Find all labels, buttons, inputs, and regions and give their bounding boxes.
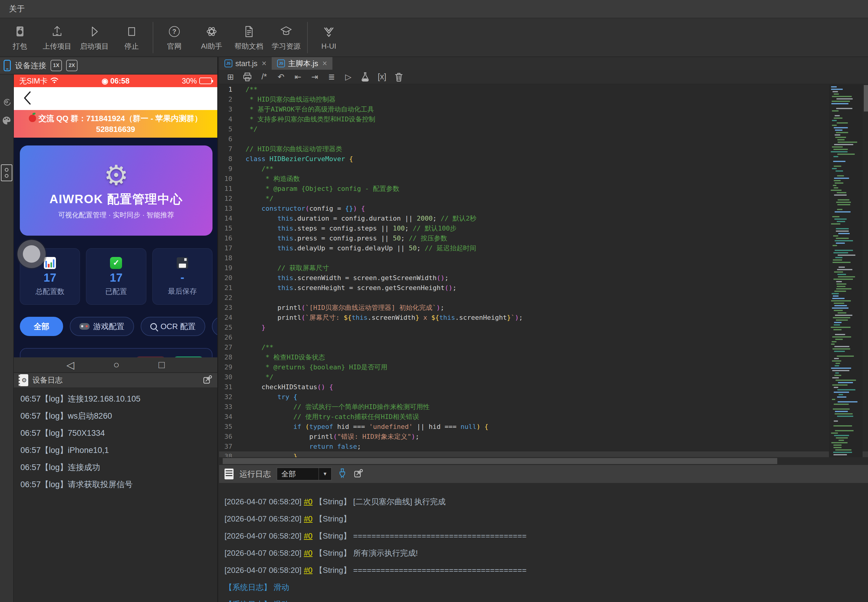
code-line[interactable]: 26: [219, 332, 868, 342]
code-line[interactable]: 35 if (typeof hid === 'undefined' || hid…: [219, 422, 868, 432]
remote-control-icon[interactable]: [1, 164, 12, 181]
code-line[interactable]: 19 // 获取屏幕尺寸: [219, 263, 868, 273]
palette-icon[interactable]: [2, 116, 11, 126]
run-log-entry: 【系统日志】 滑动: [224, 579, 868, 596]
assistive-touch-button[interactable]: [17, 240, 46, 268]
code-line[interactable]: 12 */: [219, 194, 868, 203]
minimap-line: [834, 178, 849, 179]
menu-about[interactable]: 关于: [0, 4, 34, 14]
trash-icon[interactable]: [392, 72, 406, 82]
code-line[interactable]: 34 // 使用try-catch捕获任何HID相关错误: [219, 412, 868, 422]
zoom-1x-button[interactable]: 1X: [51, 60, 62, 71]
code-line[interactable]: 16 this.press = config.press || 50; // 按…: [219, 233, 868, 243]
tab-main-script-js[interactable]: JS 主脚本.js ×: [272, 57, 332, 70]
learning-resources-button[interactable]: 学习资源: [267, 21, 305, 54]
variables-icon[interactable]: [x]: [375, 72, 389, 81]
help-docs-button[interactable]: 帮助文档: [230, 21, 267, 54]
minimap-line: [836, 243, 845, 244]
run-script-icon[interactable]: ▷: [341, 72, 356, 82]
close-icon[interactable]: ×: [322, 59, 327, 68]
horizontal-scrollbar-thumb[interactable]: [223, 458, 777, 464]
code-line[interactable]: 2 * HID贝塞尔曲线运动控制器: [219, 94, 868, 104]
minimap-line: [831, 300, 851, 301]
back-chevron-icon[interactable]: [22, 90, 32, 107]
minimap[interactable]: [829, 84, 863, 457]
run-log-entry: [2026-04-07 06:58:20]#0【String】 [二次贝塞尔曲线…: [224, 493, 868, 510]
code-line[interactable]: 3 * 基于AIWROK平台的高级滑动自动化工具: [219, 104, 868, 114]
code-line[interactable]: 29 * @returns {boolean} HID是否可用: [219, 362, 868, 372]
code-editor[interactable]: 1/**2 * HID贝塞尔曲线运动控制器3 * 基于AIWROK平台的高级滑动…: [219, 84, 868, 457]
indent-icon[interactable]: ⇥: [307, 72, 322, 82]
outdent-icon[interactable]: ⇤: [290, 72, 305, 82]
official-site-button[interactable]: ? 官网: [156, 21, 193, 54]
code-line[interactable]: 1/**: [219, 84, 868, 94]
code-line[interactable]: 38 }: [219, 452, 868, 457]
code-line[interactable]: 13 constructor(config = {}) {: [219, 203, 868, 213]
code-line[interactable]: 11 * @param {Object} config - 配置参数: [219, 184, 868, 194]
nav-recent-icon[interactable]: □: [159, 359, 165, 370]
code-line[interactable]: 24 printl(`屏幕尺寸: ${this.screenWidth} x $…: [219, 313, 868, 322]
nav-back-icon[interactable]: ◁: [66, 359, 74, 371]
gesture-icon[interactable]: [2, 97, 11, 108]
test-flask-icon[interactable]: [358, 72, 372, 82]
code-line[interactable]: 32 try {: [219, 392, 868, 402]
code-line[interactable]: 33 // 尝试执行一个简单的HID操作来检测可用性: [219, 402, 868, 412]
code-text: * HID贝塞尔曲线运动控制器: [238, 94, 868, 104]
code-line[interactable]: 9 /**: [219, 164, 868, 174]
code-line[interactable]: 7// HID贝塞尔曲线运动管理器类: [219, 144, 868, 154]
code-line[interactable]: 20 this.screenWidth = screen.getScreenWi…: [219, 273, 868, 283]
minimap-line: [834, 218, 846, 220]
chip-partial[interactable]: [212, 317, 217, 336]
hui-home-button[interactable]: H-UI: [310, 21, 347, 54]
new-file-icon[interactable]: ⊞: [223, 72, 238, 82]
expand-icon[interactable]: [202, 375, 212, 386]
code-line[interactable]: 18: [219, 253, 868, 263]
package-button[interactable]: 打包: [1, 21, 38, 54]
chip-ocr-config[interactable]: OCR 配置: [141, 317, 205, 336]
line-number: 4: [219, 114, 238, 124]
code-line[interactable]: 5 */: [219, 124, 868, 134]
chip-all[interactable]: 全部: [20, 317, 63, 336]
close-icon[interactable]: ×: [262, 59, 267, 68]
code-line[interactable]: 27 /**: [219, 342, 868, 352]
minimap-line: [838, 401, 857, 402]
stop-button[interactable]: 停止: [113, 21, 150, 54]
comment-icon[interactable]: /*: [257, 72, 271, 81]
clear-log-icon[interactable]: [338, 468, 347, 480]
start-project-button[interactable]: 启动项目: [76, 21, 113, 54]
code-line[interactable]: 25 }: [219, 322, 868, 332]
code-line[interactable]: 14 this.duration = config.duration || 20…: [219, 213, 868, 223]
code-line[interactable]: 15 this.steps = config.steps || 100; // …: [219, 223, 868, 233]
zoom-2x-button[interactable]: 2X: [66, 60, 78, 71]
code-line[interactable]: 36 printl("错误: HID对象未定义");: [219, 432, 868, 442]
upload-project-button[interactable]: 上传项目: [38, 21, 76, 54]
code-line[interactable]: 30 */: [219, 372, 868, 382]
code-line[interactable]: 6: [219, 134, 868, 144]
save-button[interactable]: 保存: [174, 356, 203, 357]
print-icon[interactable]: [240, 72, 255, 82]
vertical-scrollbar-thumb[interactable]: [864, 85, 868, 112]
undo-icon[interactable]: ↶: [274, 72, 288, 82]
code-line[interactable]: 37 return false;: [219, 442, 868, 452]
tab-start-js[interactable]: JS start.js ×: [219, 57, 272, 70]
reset-button[interactable]: 重置: [136, 356, 165, 357]
code-line[interactable]: 28 * 检查HID设备状态: [219, 352, 868, 362]
horizontal-scrollbar[interactable]: [219, 457, 868, 465]
ai-assistant-button[interactable]: AI助手: [193, 21, 230, 54]
expand-icon[interactable]: [353, 468, 363, 480]
log-filter-dropdown[interactable]: 全部 ▼: [277, 468, 332, 480]
code-line[interactable]: 8class HIDBezierCurveMover {: [219, 154, 868, 164]
code-line[interactable]: 31 checkHIDStatus() {: [219, 382, 868, 392]
code-line[interactable]: 4 * 支持多种贝塞尔曲线类型和HID设备控制: [219, 114, 868, 124]
code-text: this.press = config.press || 50; // 按压参数: [238, 233, 868, 243]
chip-game-config[interactable]: 游戏配置: [70, 317, 134, 336]
format-code-icon[interactable]: ≣: [324, 72, 339, 82]
minimap-line: [837, 175, 844, 177]
code-line[interactable]: 10 * 构造函数: [219, 174, 868, 184]
code-line[interactable]: 22: [219, 293, 868, 303]
code-line[interactable]: 23 printl(`[HID贝塞尔曲线运动管理器] 初始化完成`);: [219, 303, 868, 313]
code-line[interactable]: 21 this.screenHeight = screen.getScreenH…: [219, 283, 868, 293]
code-line[interactable]: 17 this.delayUp = config.delayUp || 50; …: [219, 243, 868, 253]
nav-home-icon[interactable]: ○: [113, 359, 120, 370]
phone-status-bar: 无SIM卡 ◉ 06:58 30%: [14, 75, 217, 87]
